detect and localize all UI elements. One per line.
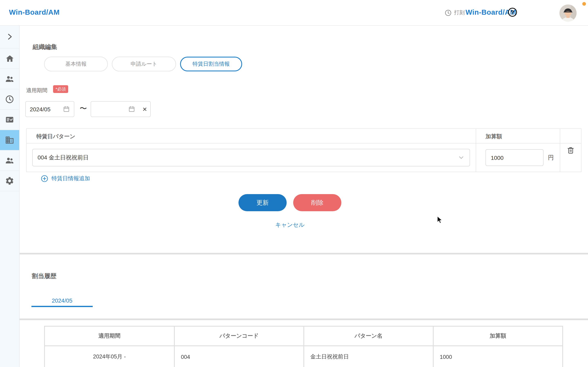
- history-header-pattern-code: パターンコード: [174, 326, 304, 346]
- history-cell-amount: 1000: [433, 346, 563, 367]
- amount-input[interactable]: 1000: [485, 149, 544, 166]
- delete-button[interactable]: 削除: [293, 194, 341, 211]
- pattern-column-header: 特賃日パターン: [36, 133, 75, 140]
- sidebar-item-users[interactable]: [0, 150, 19, 171]
- amount-value: 1000: [491, 154, 503, 161]
- avatar[interactable]: [559, 4, 577, 22]
- sidebar-item-attendance[interactable]: [0, 89, 19, 110]
- amount-column-header: 加算額: [485, 133, 502, 140]
- sidebar-item-employees[interactable]: [0, 69, 19, 89]
- period-start-input[interactable]: 2024/05: [25, 101, 74, 117]
- tab-bar: 基本情報 申請ルート 特賃日割当情報: [44, 57, 242, 71]
- period-clear-button[interactable]: ✕: [139, 101, 151, 117]
- people-icon: [5, 156, 14, 165]
- help-icon: ?: [511, 9, 514, 16]
- fact-check-icon: [5, 115, 14, 124]
- history-tab-underline: [31, 306, 93, 307]
- pattern-table: 特賃日パターン 加算額 004 金土日祝祝前日 1000 円: [26, 128, 581, 172]
- history-cell-pattern-name: 金土日祝祝前日: [304, 346, 433, 367]
- history-cell-period: 2024年05月 -: [44, 346, 174, 367]
- sidebar-item-home[interactable]: [0, 49, 19, 69]
- calendar-icon: [128, 106, 135, 113]
- trash-icon: [566, 146, 575, 155]
- history-header-pattern-name: パターン名: [304, 326, 433, 346]
- history-title: 割当履歴: [32, 273, 56, 280]
- tab-special-wage-day[interactable]: 特賃日割当情報: [180, 57, 242, 71]
- avatar-photo: [559, 4, 577, 22]
- top-bar: Win-Board/AM 打刻 Win-Board/AM ?: [0, 0, 588, 26]
- sidebar-expand-button[interactable]: [0, 25, 19, 49]
- pattern-select[interactable]: 004 金土日祝祝前日: [32, 149, 470, 166]
- punch-label: 打刻: [454, 9, 465, 16]
- page-title: 組織編集: [33, 43, 57, 51]
- period-end-input[interactable]: [91, 101, 140, 117]
- section-divider: [20, 318, 588, 320]
- period-start-value: 2024/05: [30, 106, 51, 112]
- sidebar-item-organization[interactable]: [0, 130, 19, 150]
- chevron-right-icon: [5, 32, 14, 41]
- gear-icon: [5, 176, 14, 185]
- punch-button[interactable]: 打刻: [445, 0, 465, 25]
- sidebar: [0, 25, 20, 367]
- building-icon: [5, 135, 14, 145]
- add-special-day-label: 特賃日情報追加: [52, 175, 90, 182]
- update-button[interactable]: 更新: [238, 194, 287, 211]
- history-tab-2024-05[interactable]: 2024/05: [31, 294, 93, 307]
- tab-basic-info[interactable]: 基本情報: [44, 57, 108, 71]
- app-root: Win-Board/AM 打刻 Win-Board/AM ?: [0, 0, 588, 367]
- add-special-day-button[interactable]: 特賃日情報追加: [41, 175, 90, 182]
- delete-row-button[interactable]: [560, 129, 581, 172]
- amount-unit: 円: [548, 154, 554, 161]
- sidebar-item-approvals[interactable]: [0, 110, 19, 130]
- action-buttons: 更新 削除: [0, 194, 582, 211]
- pattern-select-value: 004 金土日祝祝前日: [38, 154, 89, 161]
- app-logo[interactable]: Win-Board/AM: [9, 8, 60, 17]
- history-table-header-row: 適用期間 パターンコード パターン名 加算額: [44, 326, 563, 346]
- close-icon: ✕: [142, 106, 147, 112]
- chevron-down-icon: [458, 154, 465, 161]
- cancel-link[interactable]: キャンセル: [0, 221, 582, 229]
- history-table-row: 2024年05月 - 004 金土日祝祝前日 1000: [44, 346, 563, 367]
- home-icon: [5, 54, 14, 63]
- period-tilde: 〜: [78, 104, 88, 113]
- help-button[interactable]: ?: [508, 8, 517, 17]
- clock-icon: [445, 9, 452, 16]
- people-icon: [5, 74, 14, 83]
- history-table: 適用期間 パターンコード パターン名 加算額 2024年05月 - 004 金土…: [44, 326, 563, 367]
- history-header-period: 適用期間: [44, 326, 174, 346]
- plus-circle-icon: [41, 175, 48, 182]
- calendar-icon: [63, 106, 70, 113]
- notification-dot-icon: [582, 2, 586, 6]
- required-badge: *必須: [53, 85, 68, 93]
- period-label: 適用期間: [26, 87, 47, 94]
- clock-icon: [5, 95, 14, 104]
- tab-application-route[interactable]: 申請ルート: [112, 57, 176, 71]
- sidebar-item-settings[interactable]: [0, 171, 19, 191]
- section-divider: [20, 253, 588, 254]
- history-cell-pattern-code: 004: [174, 346, 304, 367]
- history-header-amount: 加算額: [433, 326, 563, 346]
